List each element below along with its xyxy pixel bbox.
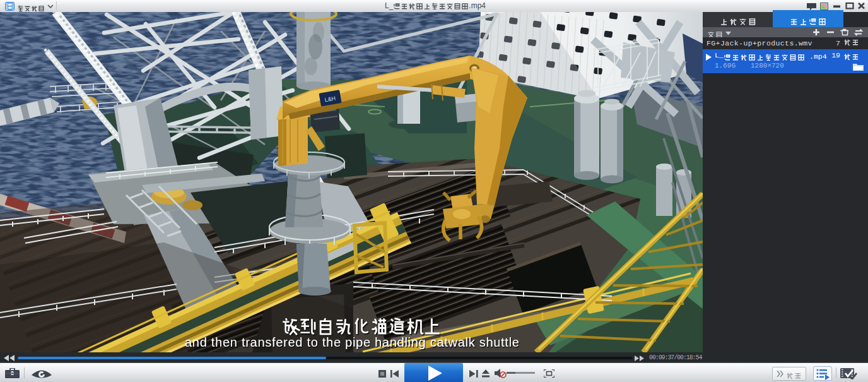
svg-text:and then transfered to the pip: and then transfered to the pipe handling… (185, 335, 520, 349)
